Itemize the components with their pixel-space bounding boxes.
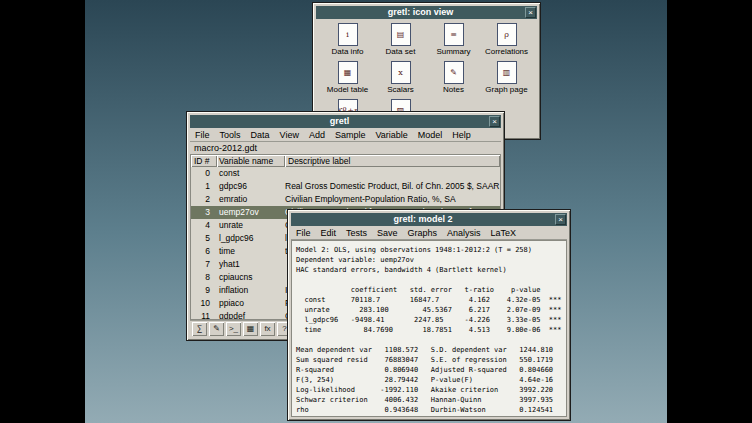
row-variable-name: cpiaucns (217, 271, 285, 284)
main-titlebar[interactable]: gretl × (190, 115, 501, 128)
row-id: 11 (191, 310, 217, 320)
row-id: 3 (191, 206, 217, 219)
row-descriptive-label: Civilian Employment-Population Ratio, %,… (285, 193, 500, 206)
menu-item[interactable]: File (291, 227, 316, 240)
document-icon: x (391, 61, 411, 84)
function-packages-icon[interactable]: fx (260, 322, 275, 336)
document-icon: i (338, 23, 358, 46)
row-id: 8 (191, 271, 217, 284)
close-icon[interactable]: × (525, 7, 536, 18)
menu-item[interactable]: Variable (370, 129, 412, 142)
menu-item[interactable]: Data (246, 129, 275, 142)
session-icon-view-icon[interactable]: ▦ (243, 322, 258, 336)
row-id: 10 (191, 297, 217, 310)
model-output-line: Mean dependent var 1108.572 S.D. depende… (296, 345, 562, 355)
console-icon[interactable]: >_ (226, 322, 241, 336)
menu-item[interactable]: LaTeX (486, 227, 522, 240)
row-variable-name: gdpdef (217, 310, 285, 320)
row-variable-name: yhat1 (217, 258, 285, 271)
model-table-icon[interactable]: ▦ Model table (321, 61, 374, 99)
table-row[interactable]: 2 emratio Civilian Employment-Population… (191, 193, 500, 206)
row-variable-name: ppiaco (217, 297, 285, 310)
row-id: 0 (191, 167, 217, 180)
row-id: 5 (191, 232, 217, 245)
menu-item[interactable]: Analysis (442, 227, 486, 240)
column-header-id[interactable]: ID # (191, 155, 217, 167)
model-output-line: R-squared 0.806940 Adjusted R-squared 0.… (296, 365, 562, 375)
document-icon: ✎ (444, 61, 464, 84)
model-output-line: l_gdpc96 -9498.41 2247.85 -4.226 3.33e-0… (296, 315, 562, 325)
model-output-line: F(3, 254) 28.79442 P-value(F) 4.64e-16 (296, 375, 562, 385)
row-variable-name: gdpc96 (217, 180, 285, 193)
menu-item[interactable]: Help (447, 129, 476, 142)
row-id: 2 (191, 193, 217, 206)
row-id: 1 (191, 180, 217, 193)
row-variable-name: unrate (217, 219, 285, 232)
menu-item[interactable]: Save (372, 227, 403, 240)
model-output-line: unrate 283.100 45.5367 6.217 2.07e-09 **… (296, 305, 562, 315)
row-variable-name: const (217, 167, 285, 180)
table-row[interactable]: 0 const (191, 167, 500, 180)
session-icon-label: Summary (436, 47, 470, 56)
correlations-icon[interactable]: ρ Correlations (480, 23, 533, 61)
menu-item[interactable]: View (275, 129, 304, 142)
model-output-line: time 84.7690 18.7851 4.513 9.80e-06 *** (296, 325, 562, 335)
row-variable-name: emratio (217, 193, 285, 206)
row-variable-name: inflation (217, 284, 285, 297)
session-icon-label: Scalars (387, 85, 414, 94)
row-id: 4 (191, 219, 217, 232)
model-output-line: const 70118.7 16847.7 4.162 4.32e-05 *** (296, 295, 562, 305)
model-output-line (296, 335, 562, 345)
menu-item[interactable]: Graphs (403, 227, 443, 240)
close-icon[interactable]: × (489, 116, 500, 127)
model-output-line: rho 0.943648 Durbin-Watson 0.124541 (296, 405, 562, 415)
column-header-name[interactable]: Variable name (217, 155, 285, 167)
menu-item[interactable]: Add (304, 129, 330, 142)
row-descriptive-label (285, 167, 500, 180)
icon-view-title: gretl: icon view (316, 6, 525, 19)
row-descriptive-label: Real Gross Domestic Product, Bil. of Chn… (285, 180, 500, 193)
model-window-title: gretl: model 2 (291, 213, 555, 226)
notes-icon[interactable]: ✎ Notes (427, 61, 480, 99)
session-icon-label: Data info (331, 47, 363, 56)
menu-item[interactable]: File (190, 129, 215, 142)
menu-item[interactable]: Tests (341, 227, 372, 240)
document-icon: ▦ (338, 61, 358, 84)
model-output-line: coefficient std. error t-ratio p-value (296, 285, 562, 295)
menu-item[interactable]: Tools (215, 129, 246, 142)
session-icon-label: Model table (327, 85, 368, 94)
model-menubar: File Edit Tests Save Graphs Analysis LaT… (291, 227, 567, 240)
row-id: 9 (191, 284, 217, 297)
row-variable-name: uemp27ov (217, 206, 285, 219)
new-script-icon[interactable]: ✎ (209, 322, 224, 336)
menu-item[interactable]: Edit (316, 227, 342, 240)
close-icon[interactable]: × (555, 214, 566, 225)
model-output-line (296, 275, 562, 285)
model-output-line: Model 2: OLS, using observations 1948:1-… (296, 245, 562, 255)
row-id: 7 (191, 258, 217, 271)
data-set-icon[interactable]: ▤ Data set (374, 23, 427, 61)
model-titlebar[interactable]: gretl: model 2 × (291, 213, 567, 226)
calculator-icon[interactable]: ∑ (192, 322, 207, 336)
document-icon: ▤ (391, 23, 411, 46)
column-header-label[interactable]: Descriptive label (285, 155, 500, 167)
session-icon-label: Graph page (485, 85, 527, 94)
icon-view-titlebar[interactable]: gretl: icon view × (316, 6, 537, 19)
main-menubar: File Tools Data View Add Sample Variable… (190, 129, 501, 142)
row-id: 6 (191, 245, 217, 258)
model-output-line: Sum squared resid 76883047 S.E. of regre… (296, 355, 562, 365)
summary-icon[interactable]: ≡ Summary (427, 23, 480, 61)
scalars-icon[interactable]: x Scalars (374, 61, 427, 99)
table-row[interactable]: 1 gdpc96 Real Gross Domestic Product, Bi… (191, 180, 500, 193)
dataset-filename: macro-2012.gdt (190, 142, 501, 154)
menu-item[interactable]: Model (413, 129, 448, 142)
model-output-line: Log-likelihood -1992.110 Akaike criterio… (296, 385, 562, 395)
model-output-line: Dependent variable: uemp27ov (296, 255, 562, 265)
model-window: gretl: model 2 × File Edit Tests Save Gr… (287, 209, 571, 421)
model-output-line: HAC standard errors, bandwidth 4 (Bartle… (296, 265, 562, 275)
graph-page-icon[interactable]: ▥ Graph page (480, 61, 533, 99)
document-icon: ρ (497, 23, 517, 46)
menu-item[interactable]: Sample (330, 129, 371, 142)
model-output-line: Schwarz criterion 4006.432 Hannan-Quinn … (296, 395, 562, 405)
data-info-icon[interactable]: i Data info (321, 23, 374, 61)
